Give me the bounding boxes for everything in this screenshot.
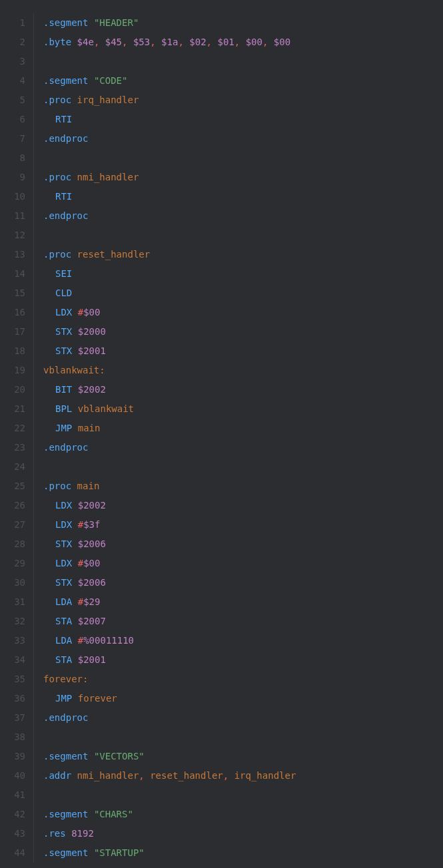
code-line[interactable]: STX $2006 — [43, 573, 296, 592]
code-line[interactable]: LDX #$00 — [43, 554, 296, 573]
token-op: LDX — [55, 558, 72, 568]
code-line[interactable]: STX $2006 — [43, 535, 296, 554]
token-num: $01 — [217, 37, 234, 47]
token-op: LDA — [55, 596, 72, 607]
code-line[interactable]: .addr nmi_handler, reset_handler, irq_ha… — [43, 766, 296, 785]
code-line[interactable] — [43, 52, 296, 71]
token-num: $2001 — [78, 345, 106, 356]
token-plain — [72, 519, 77, 530]
token-plain — [88, 75, 93, 86]
token-ident: main — [77, 481, 100, 491]
code-line[interactable]: .segment "CHARS" — [43, 805, 296, 824]
code-line[interactable]: RTI — [43, 110, 296, 129]
line-number: 20 — [0, 380, 25, 399]
token-plain — [72, 539, 77, 549]
line-number: 36 — [0, 689, 25, 708]
token-comma: , — [178, 37, 183, 47]
code-line[interactable]: RTI — [43, 187, 296, 206]
code-line[interactable]: .byte $4e, $45, $53, $1a, $02, $01, $00,… — [43, 33, 296, 52]
token-plain — [88, 847, 93, 858]
code-line[interactable]: SEI — [43, 264, 296, 284]
line-number: 16 — [0, 303, 25, 322]
token-dir: .proc — [43, 481, 71, 491]
code-line[interactable] — [43, 785, 296, 805]
code-line[interactable] — [43, 457, 296, 477]
token-plain — [71, 37, 77, 47]
gutter-divider — [33, 13, 34, 863]
code-line[interactable] — [43, 226, 296, 245]
token-op: JMP — [55, 423, 72, 433]
code-line[interactable]: BPL vblankwait — [43, 399, 296, 419]
token-comma: , — [207, 37, 212, 47]
line-number: 21 — [0, 399, 25, 419]
code-line[interactable]: .segment "VECTORS" — [43, 747, 296, 766]
token-plain — [88, 809, 93, 819]
code-line[interactable]: STA $2007 — [43, 612, 296, 631]
line-number: 42 — [0, 805, 25, 824]
token-plain — [72, 616, 77, 626]
code-line[interactable]: vblankwait: — [43, 361, 296, 380]
code-line[interactable]: .proc main — [43, 477, 296, 496]
line-number: 6 — [0, 110, 25, 129]
token-num: $2001 — [78, 654, 106, 665]
code-area[interactable]: .segment "HEADER".byte $4e, $45, $53, $1… — [34, 13, 296, 863]
code-line[interactable]: .endproc — [43, 206, 296, 226]
code-line[interactable]: .proc nmi_handler — [43, 168, 296, 187]
code-line[interactable]: LDX #$00 — [43, 303, 296, 322]
code-line[interactable]: .proc irq_handler — [43, 91, 296, 110]
token-num: $2000 — [78, 326, 106, 337]
token-dir: .byte — [43, 37, 71, 47]
code-line[interactable]: LDX $2002 — [43, 496, 296, 515]
token-plain — [72, 307, 77, 318]
code-line[interactable]: STA $2001 — [43, 650, 296, 670]
line-number: 14 — [0, 264, 25, 284]
code-line[interactable]: JMP main — [43, 419, 296, 438]
token-ident: nmi_handler — [77, 770, 139, 781]
token-str: "HEADER" — [94, 17, 139, 28]
code-line[interactable]: LDA #$29 — [43, 592, 296, 612]
code-line[interactable] — [43, 148, 296, 168]
token-dir: .proc — [43, 172, 71, 182]
token-op: LDX — [55, 500, 72, 511]
token-plain — [240, 37, 245, 47]
line-number: 10 — [0, 187, 25, 206]
token-plain — [228, 770, 234, 781]
code-editor[interactable]: 1234567891011121314151617181920212223242… — [0, 13, 443, 863]
code-line[interactable]: .proc reset_handler — [43, 245, 296, 264]
code-line[interactable]: .endproc — [43, 438, 296, 457]
token-comma: # — [78, 596, 83, 607]
code-line[interactable]: CLD — [43, 284, 296, 303]
token-ident: vblankwait: — [43, 365, 105, 375]
line-number: 38 — [0, 728, 25, 747]
code-line[interactable]: .segment "CODE" — [43, 71, 296, 91]
token-ident: reset_handler — [77, 249, 151, 260]
line-number: 33 — [0, 631, 25, 650]
line-number: 39 — [0, 747, 25, 766]
token-num: $2007 — [78, 616, 106, 626]
code-line[interactable]: .endproc — [43, 129, 296, 148]
code-line[interactable]: .segment "HEADER" — [43, 13, 296, 33]
code-line[interactable]: STX $2001 — [43, 341, 296, 361]
code-line[interactable]: .res 8192 — [43, 824, 296, 843]
token-op: JMP — [55, 693, 72, 704]
code-line[interactable]: .endproc — [43, 708, 296, 728]
code-line[interactable] — [43, 728, 296, 747]
token-dir: .res — [43, 828, 66, 839]
line-number: 1 — [0, 13, 25, 33]
token-plain — [128, 37, 133, 47]
code-line[interactable]: LDX #$3f — [43, 515, 296, 535]
code-line[interactable]: BIT $2002 — [43, 380, 296, 399]
code-line[interactable]: .segment "STARTUP" — [43, 843, 296, 863]
token-ident: vblankwait — [78, 403, 134, 414]
token-plain — [72, 326, 77, 337]
token-op: BIT — [55, 384, 72, 395]
token-comma: , — [139, 770, 144, 781]
line-number: 9 — [0, 168, 25, 187]
code-line[interactable]: JMP forever — [43, 689, 296, 708]
code-line[interactable]: STX $2000 — [43, 322, 296, 341]
token-num: $29 — [83, 596, 100, 607]
code-line[interactable]: forever: — [43, 670, 296, 689]
token-comma: # — [78, 307, 83, 318]
token-plain — [72, 423, 77, 433]
code-line[interactable]: LDA #%00011110 — [43, 631, 296, 650]
